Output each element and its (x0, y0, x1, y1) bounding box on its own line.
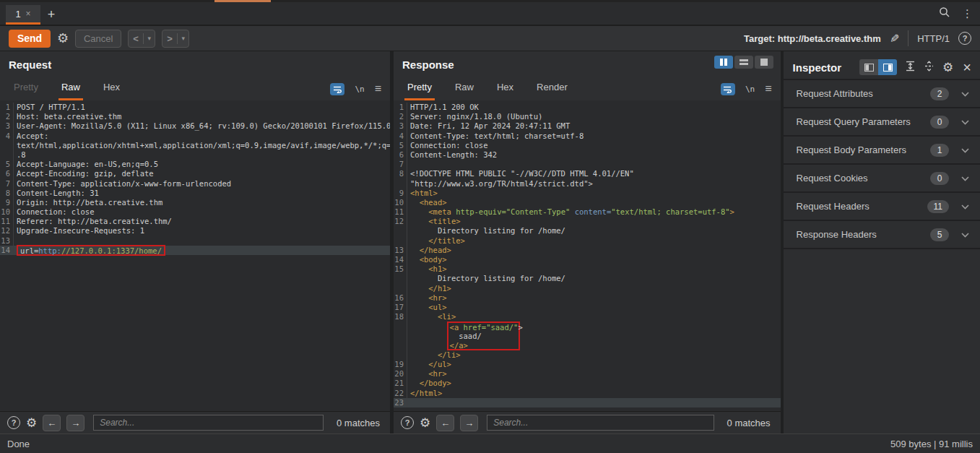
previous-match-button[interactable]: ← (43, 415, 61, 431)
history-back-button[interactable]: < ▾ (128, 30, 155, 48)
red-annotation-box: url=http://127.0.0.1:1337/home/ (17, 245, 165, 256)
chevron-down-icon[interactable] (961, 172, 970, 185)
inspector-section-request-attributes[interactable]: Request Attributes2 (784, 80, 980, 108)
search-settings-gear-icon[interactable]: ⚙ (420, 417, 430, 429)
edit-target-pencil-icon[interactable]: ✎ (890, 32, 899, 46)
inspector-panel: Inspector ⚙ × Request Att (784, 51, 980, 433)
search-icon[interactable] (939, 7, 950, 21)
chevron-down-icon[interactable] (961, 200, 970, 213)
send-settings-gear-icon[interactable]: ⚙ (57, 30, 69, 48)
line-number: 21 (394, 379, 407, 388)
inspector-section-request-body-parameters[interactable]: Request Body Parameters1 (784, 137, 980, 165)
close-inspector-icon[interactable]: × (963, 60, 971, 74)
tab-raw[interactable]: Raw (452, 77, 477, 100)
line-number: 12 (394, 217, 407, 226)
line-content: Directory listing for /home/ (407, 274, 565, 283)
line-content: Connection: close (14, 207, 94, 217)
dock-right-icon[interactable] (878, 59, 897, 75)
line-number: 3 (394, 121, 407, 131)
kebab-menu-icon[interactable]: ⋮ (962, 7, 973, 20)
code-line: 3Date: Fri, 12 Apr 2024 20:47:11 GMT (394, 121, 781, 131)
search-settings-gear-icon[interactable]: ⚙ (26, 417, 37, 429)
code-line: 4Accept: (0, 131, 390, 141)
count-badge: 0 (930, 116, 949, 129)
close-tab-icon[interactable]: × (26, 9, 31, 19)
line-number: 12 (0, 226, 14, 236)
add-tab-button[interactable]: + (40, 5, 62, 25)
line-content: Server: nginx/1.18.0 (Ubuntu) (407, 112, 542, 121)
chevron-down-icon[interactable] (961, 116, 970, 129)
chevron-down-icon[interactable] (961, 228, 970, 241)
line-number (394, 179, 407, 189)
count-badge: 5 (930, 228, 949, 241)
inspector-settings-gear-icon[interactable]: ⚙ (942, 61, 953, 74)
inspector-section-request-query-parameters[interactable]: Request Query Parameters0 (784, 108, 980, 137)
inspector-section-response-headers[interactable]: Response Headers5 (784, 221, 980, 249)
inspector-section-request-cookies[interactable]: Request Cookies0 (784, 165, 980, 193)
help-icon[interactable]: ? (401, 416, 414, 429)
code-line: 23 (394, 398, 781, 407)
next-match-button[interactable]: → (460, 415, 478, 431)
help-icon[interactable]: ? (7, 416, 20, 429)
response-search-bar: ? ⚙ ← → 0 matches (394, 411, 781, 433)
rows-layout-icon[interactable] (734, 56, 753, 69)
line-content: .8 (14, 150, 26, 160)
expand-all-icon[interactable] (905, 61, 916, 74)
line-content: Accept: (14, 131, 48, 141)
forward-arrow-icon[interactable]: > (162, 33, 177, 44)
line-content (407, 398, 410, 407)
chevron-down-icon[interactable] (961, 87, 970, 100)
tab-raw[interactable]: Raw (58, 77, 83, 100)
previous-match-button[interactable]: ← (436, 415, 454, 431)
tab-render[interactable]: Render (534, 77, 571, 100)
word-wrap-toggle-icon[interactable] (721, 83, 735, 95)
line-number (394, 350, 407, 360)
back-arrow-icon[interactable]: < (129, 33, 143, 44)
send-button[interactable]: Send (9, 30, 51, 48)
line-number: 8 (394, 169, 407, 178)
dock-left-icon[interactable] (859, 59, 878, 75)
code-line: 11 <meta http-equiv="Content-Type" conte… (394, 207, 781, 217)
single-layout-icon[interactable] (755, 56, 773, 69)
tab-pretty[interactable]: Pretty (404, 77, 435, 100)
inspector-title: Inspector (793, 61, 842, 74)
help-icon[interactable]: ? (958, 32, 971, 45)
line-content: Content-Type: application/x-www-form-url… (14, 179, 231, 189)
history-forward-button[interactable]: > ▾ (162, 30, 189, 48)
line-number (394, 341, 407, 350)
section-label: Request Cookies (797, 173, 930, 184)
code-line: </li> (394, 350, 781, 360)
line-number: 15 (394, 264, 407, 274)
code-line: 10Connection: close (0, 207, 390, 217)
show-newlines-icon[interactable]: \n (745, 85, 755, 94)
chevron-down-icon[interactable] (961, 144, 970, 157)
inspector-section-request-headers[interactable]: Request Headers11 (784, 193, 980, 221)
line-number (394, 274, 407, 283)
request-search-input[interactable] (93, 415, 324, 431)
collapse-all-icon[interactable] (924, 61, 935, 74)
back-dropdown-caret-icon[interactable]: ▾ (144, 35, 155, 42)
columns-layout-icon[interactable] (714, 56, 733, 69)
response-editor[interactable]: 1HTTP/1.1 200 OK2Server: nginx/1.18.0 (U… (394, 100, 781, 411)
code-line: 15 <h1> (394, 264, 781, 274)
cancel-button[interactable]: Cancel (75, 30, 121, 48)
word-wrap-toggle-icon[interactable] (330, 83, 344, 95)
line-content: </head> (407, 246, 451, 255)
tab-hex[interactable]: Hex (100, 77, 123, 100)
http-version-selector[interactable]: HTTP/1 (917, 33, 950, 44)
line-content: <hr> (407, 293, 447, 303)
line-content: <a href="saad/"> (407, 322, 520, 331)
repeater-tab-1[interactable]: 1 × (6, 5, 40, 25)
code-line: 8Content-Length: 31 (0, 189, 390, 198)
line-content: User-Agent: Mozilla/5.0 (X11; Linux x86_… (14, 121, 390, 131)
show-newlines-icon[interactable]: \n (355, 85, 364, 94)
response-search-input[interactable] (487, 415, 714, 431)
forward-dropdown-caret-icon[interactable]: ▾ (178, 35, 188, 42)
line-number: 11 (0, 217, 14, 226)
next-match-button[interactable]: → (66, 415, 84, 431)
request-editor[interactable]: 1POST / HTTP/1.12Host: beta.creative.thm… (0, 100, 390, 411)
tab-pretty[interactable]: Pretty (11, 77, 41, 100)
editor-menu-icon[interactable]: ≡ (765, 82, 771, 95)
tab-hex[interactable]: Hex (494, 77, 516, 100)
editor-menu-icon[interactable]: ≡ (375, 82, 381, 95)
